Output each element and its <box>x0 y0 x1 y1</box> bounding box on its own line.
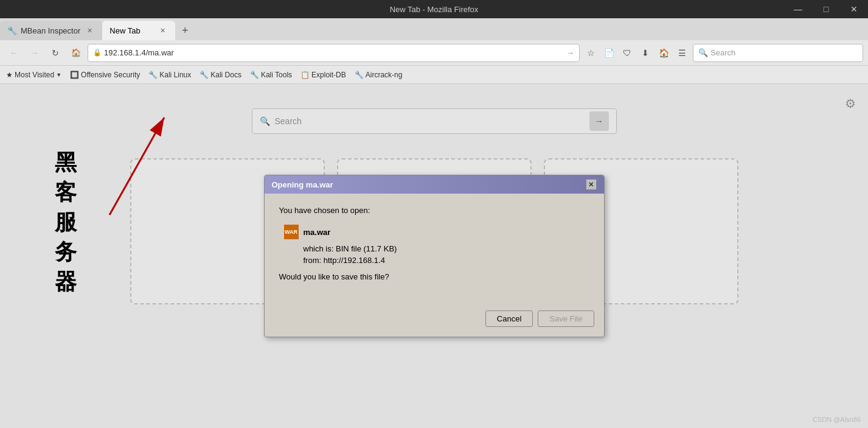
opening-dialog: Opening ma.war ✕ You have chosen to open… <box>264 175 605 337</box>
dialog-buttons: Cancel Save File <box>265 306 604 337</box>
most-visited-arrow: ▼ <box>56 72 61 78</box>
most-visited-icon: ★ <box>6 71 13 79</box>
window-title: New Tab - Mozilla Firefox <box>390 5 479 14</box>
download-icon[interactable]: ⬇ <box>637 44 654 61</box>
bookmark-kali-linux[interactable]: 🔧 Kali Linux <box>145 69 195 80</box>
dialog-filename: ma.war <box>304 228 331 237</box>
kali-linux-label: Kali Linux <box>159 71 191 79</box>
security-icon: 🔒 <box>93 49 102 57</box>
close-icon: ✕ <box>850 4 858 14</box>
home-button[interactable]: 🏠 <box>67 44 85 62</box>
maximize-icon: □ <box>824 4 828 14</box>
dialog-backdrop: Opening ma.war ✕ You have chosen to open… <box>0 84 868 428</box>
search-icon: 🔍 <box>698 48 708 57</box>
bookmark-aircrack[interactable]: 🔧 Aircrack-ng <box>351 69 406 80</box>
tab-label: New Tab <box>109 26 140 35</box>
close-button[interactable]: ✕ <box>840 0 868 18</box>
save-file-button[interactable]: Save File <box>538 310 594 327</box>
dialog-from-line: from: http://192.168.1.4 <box>279 256 589 265</box>
back-button[interactable]: ← <box>5 44 23 62</box>
search-bar[interactable]: 🔍 Search <box>693 44 863 62</box>
search-placeholder: Search <box>710 48 735 57</box>
dialog-close-button[interactable]: ✕ <box>586 179 597 190</box>
home-nav-icon[interactable]: 🏠 <box>655 44 672 61</box>
maximize-button[interactable]: □ <box>812 0 840 18</box>
bookmark-exploit-db[interactable]: 📋 Exploit-DB <box>297 69 350 80</box>
minimize-button[interactable]: — <box>784 0 812 18</box>
tab-icon: 🔧 <box>7 26 17 35</box>
aircrack-icon: 🔧 <box>355 71 364 79</box>
titlebar: New Tab - Mozilla Firefox — □ ✕ <box>0 0 868 18</box>
offensive-security-label: Offensive Security <box>81 71 140 79</box>
tab-mbean-inspector[interactable]: 🔧 MBean Inspector ✕ <box>0 21 102 40</box>
content-area: ⚙ 🔍 Search → 黑客服务器 <box>0 84 868 428</box>
new-tab-button[interactable]: + <box>175 21 195 40</box>
bookmark-kali-docs[interactable]: 🔧 Kali Docs <box>196 69 245 80</box>
home-icon: 🏠 <box>71 48 81 57</box>
offensive-security-icon: 🔲 <box>70 71 79 79</box>
bookmark-most-visited[interactable]: ★ Most Visited ▼ <box>2 69 65 80</box>
address-text: 192.168.1.4/ma.war <box>104 48 564 57</box>
kali-tools-icon: 🔧 <box>250 71 259 79</box>
bookmark-kali-tools[interactable]: 🔧 Kali Tools <box>246 69 296 80</box>
tabbar: 🔧 MBean Inspector ✕ New Tab ✕ + <box>0 18 868 40</box>
most-visited-label: Most Visited <box>15 71 54 79</box>
pocket-icon[interactable]: 🛡 <box>619 44 636 61</box>
titlebar-controls: — □ ✕ <box>784 0 868 18</box>
dialog-titlebar: Opening ma.war ✕ <box>265 175 604 194</box>
exploit-db-icon: 📋 <box>300 71 310 79</box>
kali-docs-label: Kali Docs <box>210 71 241 79</box>
dialog-title-text: Opening ma.war <box>272 180 333 189</box>
forward-button[interactable]: → <box>26 44 44 62</box>
tab-newtab[interactable]: New Tab ✕ <box>102 21 175 40</box>
navbar: ← → ↻ 🏠 🔒 192.168.1.4/ma.war → ☆ 📄 🛡 ⬇ 🏠… <box>0 40 868 66</box>
bookmark-star-icon[interactable]: ☆ <box>582 44 599 61</box>
bookmark-offensive-security[interactable]: 🔲 Offensive Security <box>66 69 144 80</box>
kali-tools-label: Kali Tools <box>261 71 292 79</box>
aircrack-label: Aircrack-ng <box>366 71 403 79</box>
menu-icon[interactable]: ☰ <box>673 44 690 61</box>
bookmarks-bar: ★ Most Visited ▼ 🔲 Offensive Security 🔧 … <box>0 66 868 84</box>
kali-linux-icon: 🔧 <box>148 71 158 79</box>
cancel-button[interactable]: Cancel <box>485 310 533 327</box>
exploit-db-label: Exploit-DB <box>311 71 346 79</box>
tab-label: MBean Inspector <box>21 26 80 35</box>
tab-close-newtab[interactable]: ✕ <box>157 25 168 36</box>
dialog-file-type-line: which is: BIN file (11.7 KB) <box>279 244 589 253</box>
address-go-arrow[interactable]: → <box>567 49 574 57</box>
dialog-body: You have chosen to open: WAR ma.war whic… <box>265 194 604 306</box>
file-row: WAR ma.war <box>279 225 589 239</box>
reader-mode-icon[interactable]: 📄 <box>600 44 617 61</box>
address-bar[interactable]: 🔒 192.168.1.4/ma.war → <box>88 44 580 62</box>
kali-docs-icon: 🔧 <box>200 71 209 79</box>
minimize-icon: — <box>794 4 802 14</box>
tab-close-mbean[interactable]: ✕ <box>84 25 95 36</box>
nav-icons: ☆ 📄 🛡 ⬇ 🏠 ☰ <box>582 44 690 61</box>
dialog-intro: You have chosen to open: <box>279 206 589 215</box>
dialog-question: Would you like to save this file? <box>279 272 589 281</box>
file-type-icon: WAR <box>284 225 299 239</box>
reload-button[interactable]: ↻ <box>46 44 64 62</box>
